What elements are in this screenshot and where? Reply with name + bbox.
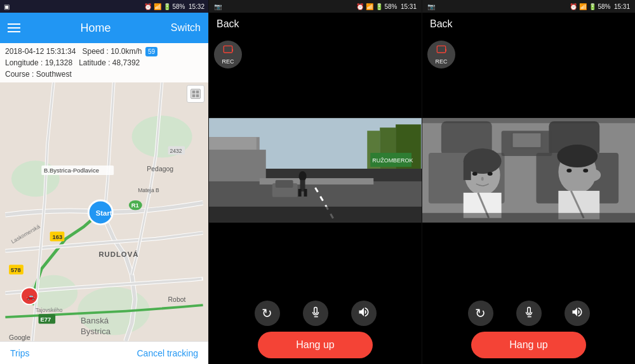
- svg-point-67: [472, 172, 478, 176]
- map-layer-button[interactable]: [187, 85, 204, 103]
- svg-point-51: [299, 171, 307, 181]
- menu-button[interactable]: [8, 23, 20, 32]
- cam2-back-button[interactable]: Back: [430, 18, 453, 30]
- map-panel: ▣ ⏰ 📶 🔋 58% 15:32 Home Switch 2018-04-12…: [0, 0, 208, 364]
- camera-panel-2: 📷 ⏰ 📶 🔋 58% 15:31 Back REC: [422, 0, 635, 364]
- cam2-video-area: [422, 118, 635, 223]
- cam2-black-bottom: [422, 223, 635, 297]
- svg-text:2432: 2432: [170, 148, 182, 154]
- cam2-status-right: ⏰ 📶 🔋 58% 15:31: [570, 3, 630, 10]
- svg-rect-34: [192, 91, 196, 94]
- home-title: Home: [80, 22, 110, 35]
- svg-rect-56: [276, 180, 293, 188]
- svg-point-69: [481, 177, 484, 181]
- speed-value: 10.0km/h: [110, 47, 142, 56]
- course-value: Southwest: [36, 70, 72, 79]
- latitude-label: Latitude :: [79, 58, 110, 67]
- svg-text:Mateja B: Mateja B: [138, 187, 159, 193]
- cam1-time: 15:31: [401, 3, 417, 10]
- cam2-rec-icon: [436, 45, 446, 58]
- longitude-value: 19,1328: [45, 58, 72, 67]
- cam1-hang-up-bar: Hang up: [209, 330, 422, 364]
- svg-text:Banská: Banská: [81, 316, 109, 325]
- trips-link[interactable]: Trips: [10, 348, 30, 358]
- cam1-rotate-button[interactable]: ↻: [255, 301, 280, 326]
- svg-text:Robot: Robot: [168, 296, 186, 303]
- cam2-rec-button[interactable]: REC: [427, 41, 455, 68]
- svg-rect-80: [422, 118, 635, 123]
- cam1-speaker-icon: [358, 306, 370, 322]
- cam1-back-button[interactable]: Back: [217, 18, 239, 30]
- cam2-camera-icon: 📷: [427, 3, 435, 10]
- cam1-rec-icon: [223, 45, 233, 58]
- cam1-hang-up-button[interactable]: Hang up: [258, 332, 373, 358]
- svg-text:163: 163: [52, 233, 62, 240]
- longitude-label: Longitude :: [5, 58, 43, 67]
- cam1-mic-icon: [310, 306, 321, 322]
- svg-rect-79: [422, 213, 635, 223]
- cam2-controls: ↻: [422, 297, 635, 330]
- switch-button[interactable]: Switch: [171, 22, 201, 34]
- info-bar: 2018-04-12 15:31:34 Speed : 10.0km/h 59 …: [0, 43, 208, 82]
- svg-rect-36: [192, 94, 196, 98]
- cancel-tracking-link[interactable]: Cancel tracking: [137, 348, 199, 358]
- svg-point-68: [488, 172, 493, 176]
- cam2-mic-icon: [523, 306, 535, 322]
- svg-rect-35: [196, 91, 199, 94]
- course-label: Course :: [5, 70, 34, 79]
- svg-text:RUŽOMBEROK: RUŽOMBEROK: [372, 157, 413, 164]
- svg-rect-83: [513, 133, 541, 147]
- status-right-icons: ⏰ 📶 🔋 58% 15:32: [144, 3, 204, 10]
- cam1-black-top: REC: [209, 36, 422, 118]
- top-bar-map: Home Switch: [0, 13, 208, 43]
- speed-badge: 59: [145, 47, 157, 56]
- svg-text:E77: E77: [40, 316, 51, 323]
- cam2-mic-button[interactable]: [516, 301, 542, 326]
- svg-rect-37: [196, 94, 199, 98]
- cam1-status-bar: 📷 ⏰ 📶 🔋 58% 15:31: [209, 0, 422, 13]
- cam1-controls: ↻: [209, 297, 422, 330]
- svg-text:🚗: 🚗: [26, 292, 36, 301]
- svg-rect-54: [304, 189, 307, 197]
- cam1-rec-label: REC: [222, 58, 234, 65]
- cam1-mic-button[interactable]: [303, 301, 328, 326]
- status-left-icon: ▣: [4, 3, 10, 10]
- bottom-bar-map: Trips Cancel tracking: [0, 341, 208, 364]
- cam2-hang-up-bar: Hang up: [422, 330, 635, 364]
- cam1-speaker-button[interactable]: [351, 301, 377, 326]
- svg-text:Google: Google: [9, 334, 30, 341]
- cam2-hang-up-button[interactable]: Hang up: [471, 332, 586, 358]
- svg-text:Tajovského: Tajovského: [36, 307, 63, 313]
- cam1-rotate-icon: ↻: [262, 306, 272, 321]
- svg-text:Pedagog: Pedagog: [147, 166, 173, 172]
- svg-rect-53: [298, 189, 302, 197]
- svg-point-75: [566, 169, 572, 172]
- cam2-black-top: REC: [422, 36, 635, 118]
- datetime: 2018-04-12 15:31:34: [5, 47, 76, 56]
- cam2-rec-label: REC: [435, 58, 447, 65]
- cam2-top-bar: Back: [422, 13, 635, 36]
- cam2-rotate-button[interactable]: ↻: [468, 301, 493, 326]
- svg-rect-66: [464, 161, 471, 180]
- cam2-rotate-icon: ↻: [475, 306, 486, 321]
- svg-text:R1: R1: [131, 202, 139, 209]
- svg-text:RUDLOVÁ: RUDLOVÁ: [98, 250, 138, 258]
- cam1-top-bar: Back: [209, 13, 422, 36]
- svg-point-76: [583, 169, 588, 172]
- cam1-camera-icon: 📷: [214, 3, 222, 10]
- speed-label: Speed :: [82, 47, 108, 56]
- svg-rect-38: [224, 46, 232, 53]
- status-bar-map: ▣ ⏰ 📶 🔋 58% 15:32: [0, 0, 208, 13]
- latitude-value: 48,7392: [112, 58, 140, 67]
- svg-text:B.Bystrica-Podlavice: B.Bystrica-Podlavice: [44, 167, 99, 174]
- status-time: 15:32: [189, 3, 204, 10]
- cam1-rec-button[interactable]: REC: [214, 41, 242, 68]
- map-area[interactable]: B.Bystrica-Podlavice Pedagog RUDLOVÁ Ban…: [0, 82, 208, 341]
- svg-point-73: [557, 145, 598, 167]
- svg-rect-58: [437, 46, 445, 53]
- cam1-black-bottom: [209, 223, 422, 297]
- cam2-speaker-button[interactable]: [565, 301, 590, 326]
- cam2-time: 15:31: [614, 3, 630, 10]
- cam2-speaker-icon: [571, 306, 584, 322]
- svg-text:Start: Start: [96, 209, 112, 217]
